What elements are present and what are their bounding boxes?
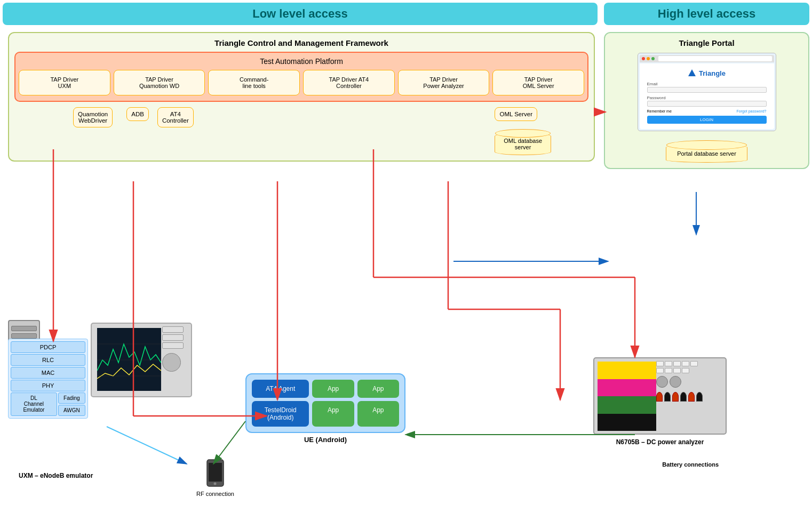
portal-email-input: [647, 87, 767, 93]
portal-screenshot: Triangle Email Password Remember me Forg…: [638, 53, 776, 131]
tcmf-title: Triangle Control and Management Framewor…: [14, 38, 588, 47]
uxm-area: PDCP RLC MAC PHY DLChannelEmulator Fadin…: [8, 312, 192, 419]
uxm-label: UXM – eNodeB emulator: [19, 472, 93, 479]
terminal-red-1: [656, 392, 663, 402]
uxm-device: [91, 323, 192, 397]
rf-label: RF connection: [196, 491, 234, 497]
middleware-quamotion: QuamotionWebDriver: [73, 107, 113, 127]
battery-connections-label: Battery connections: [662, 461, 719, 468]
portal-remember-me: Remember me: [647, 109, 672, 113]
high-level-body: Triangle Portal Triangle: [604, 32, 809, 169]
n6705b-btn: [682, 361, 689, 366]
browser-max-dot: [651, 57, 655, 60]
n6705b-btn: [690, 361, 698, 366]
tap-driver-cmdline: Command-line tools: [208, 70, 300, 95]
triangle-logo-icon: [688, 69, 696, 77]
protocol-dl-channel: DLChannelEmulator: [11, 392, 57, 416]
tcmf-box: Triangle Control and Management Framewor…: [8, 32, 595, 162]
triangle-logo: Triangle: [647, 69, 767, 77]
tap-drivers-row: TAP DriverUXM TAP DriverQuamotion WD Com…: [19, 70, 584, 95]
portal-remember-row: Remember me Forgot password?: [647, 109, 767, 113]
tap-driver-uxm: TAP DriverUXM: [19, 70, 110, 95]
ue-app-2: App: [357, 380, 399, 398]
portal-login-button[interactable]: LOGIN: [647, 116, 767, 124]
terminal-red-2: [672, 392, 679, 402]
uxm-btn-3: [162, 342, 184, 349]
oml-db-cylinder: OML databaseserver: [495, 133, 551, 155]
svg-line-27: [213, 421, 245, 464]
triangle-name: Triangle: [699, 69, 726, 77]
uxm-btn-1: [162, 326, 184, 333]
phone-icon: [206, 459, 225, 488]
terminal-blk-3: [696, 392, 703, 402]
n6705b-btn: [665, 368, 672, 373]
protocol-rlc: RLC: [11, 354, 85, 366]
protocol-mac: MAC: [11, 367, 85, 379]
n6705b-btn: [665, 361, 672, 366]
n6705b-label: N6705B – DC power analyzer: [593, 438, 727, 447]
tap-driver-power: TAP DriverPower Analyzer: [398, 70, 490, 95]
svg-point-7: [213, 483, 216, 485]
ue-row-1: AT4 Agent App App: [252, 380, 399, 398]
screen-q2: [598, 379, 656, 397]
triangle-portal-title: Triangle Portal: [610, 38, 803, 47]
browser-close-dot: [642, 57, 645, 60]
middleware-oml-server: OML Server: [495, 107, 537, 121]
ue-at4-agent: AT4 Agent: [252, 380, 309, 398]
oml-db-area: OML databaseserver: [14, 133, 588, 155]
uxm-screen-display: [97, 328, 161, 391]
terminal-blk-1: [664, 392, 671, 402]
svg-line-28: [107, 427, 187, 464]
protocol-fading-awgn: Fading AWGN: [58, 392, 85, 416]
uxm-controls: [162, 326, 189, 372]
portal-db-area: Portal database server: [610, 145, 803, 163]
page-wrapper: Low level access High level access Trian…: [0, 0, 812, 513]
ue-title: UE (Android): [245, 436, 405, 444]
ue-row-2: TestelDroid(Android) App App: [252, 401, 399, 427]
browser-address-bar: [658, 56, 772, 61]
screen-q1: [598, 362, 656, 379]
ue-app-4: App: [357, 401, 399, 427]
portal-db-cylinder: Portal database server: [666, 145, 747, 163]
rf-area: RF connection: [196, 459, 234, 497]
portal-email-label: Email: [647, 82, 767, 86]
uxm-btn-2: [162, 334, 184, 341]
middleware-row: QuamotionWebDriver ADB AT4Controller OML…: [14, 102, 588, 127]
protocol-awgn: AWGN: [58, 405, 85, 416]
n6705b-knob-1: [656, 376, 668, 388]
protocol-stack: PDCP RLC MAC PHY DLChannelEmulator Fadin…: [8, 339, 88, 419]
tap-box: Test Automation Platform TAP DriverUXM T…: [14, 52, 588, 102]
terminal-red-3: [688, 392, 695, 402]
n6705b-knob-row: [656, 376, 723, 388]
n6705b-btn: [656, 368, 664, 373]
n6705b-device: [593, 357, 727, 435]
protocol-phy: PHY: [11, 380, 85, 391]
portal-content: Triangle Email Password Remember me Forg…: [640, 63, 774, 129]
middleware-adb: ADB: [126, 107, 149, 121]
svg-marker-0: [688, 69, 696, 76]
screen-q3: [598, 396, 656, 414]
high-level-header: High level access: [604, 3, 809, 25]
n6705b-btn: [682, 368, 689, 373]
n6705b-btn: [656, 361, 664, 366]
browser-bar: [640, 55, 774, 62]
n6705b-controls: [656, 361, 723, 430]
n6705b-screen: [598, 362, 656, 431]
ue-inner-box: AT4 Agent App App TestelDroid(Android) A…: [245, 373, 405, 433]
ue-box: AT4 Agent App App TestelDroid(Android) A…: [245, 373, 405, 444]
n6705b-btn-row-1: [656, 361, 723, 366]
n6705b-knob-2: [670, 376, 681, 388]
tap-driver-at4: TAP Driver AT4Controller: [303, 70, 395, 95]
uxm-screen: [97, 328, 161, 391]
n6705b-terminals: [656, 392, 723, 402]
ue-app-3: App: [312, 401, 354, 427]
tap-driver-oml: TAP DriverOML Server: [492, 70, 584, 95]
uxm-knob: [162, 353, 181, 372]
n6705b-btn: [673, 361, 681, 366]
portal-forgot-link: Forgot password?: [736, 109, 766, 113]
tap-driver-quamotion: TAP DriverQuamotion WD: [114, 70, 205, 95]
low-level-header: Low level access: [3, 3, 598, 25]
protocol-dl-row: DLChannelEmulator Fading AWGN: [11, 392, 85, 416]
n6705b-btn: [673, 368, 681, 373]
protocol-fading: Fading: [58, 392, 85, 404]
